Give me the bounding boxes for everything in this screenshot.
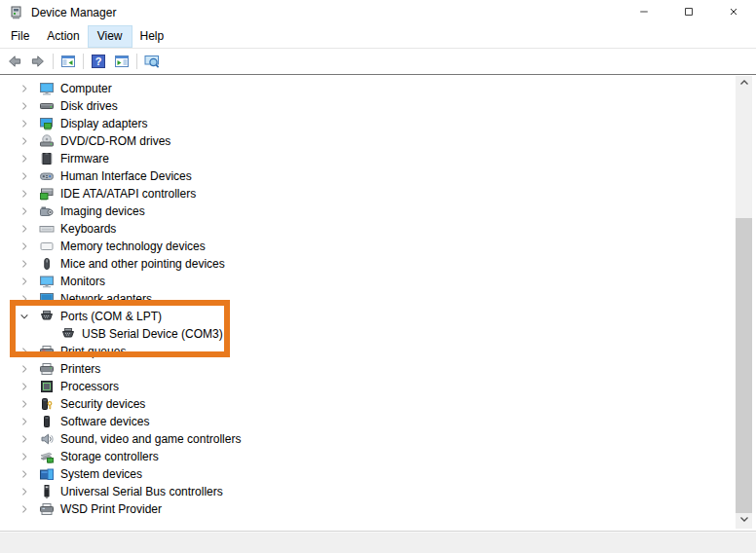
chevron-right-icon[interactable] (18, 345, 31, 358)
scrollbar-thumb[interactable] (736, 218, 752, 513)
chevron-right-icon[interactable] (18, 362, 31, 376)
svg-text:?: ? (95, 55, 102, 67)
menu-view[interactable]: View (89, 26, 132, 47)
chevron-right-icon[interactable] (18, 275, 31, 288)
chevron-right-icon[interactable] (18, 257, 31, 271)
chevron-right-icon[interactable] (18, 99, 31, 113)
back-button[interactable] (3, 51, 26, 72)
tree-item-monitors[interactable]: Monitors (0, 273, 756, 290)
chevron-right-icon[interactable] (18, 292, 31, 306)
tree-item-display-adapters[interactable]: Display adapters (0, 115, 756, 132)
tree-item-label: IDE ATA/ATAPI controllers (60, 187, 196, 201)
tree-item-label: Security devices (60, 397, 145, 411)
tree-item-label: Storage controllers (60, 450, 159, 463)
tree-item-label: System devices (60, 467, 142, 481)
tree-item-label: Processors (60, 380, 119, 393)
processor-icon (39, 379, 55, 394)
tree-item-keyboards[interactable]: Keyboards (0, 220, 756, 238)
tree-item-system-devices[interactable]: System devices (0, 465, 756, 483)
storage-controller-icon (39, 449, 55, 464)
tree-item-label: USB Serial Device (COM3) (82, 327, 223, 341)
print-queue-icon (39, 344, 55, 359)
chevron-right-icon[interactable] (18, 187, 31, 201)
chevron-right-icon[interactable] (18, 240, 31, 253)
tree-item-storage-controllers[interactable]: Storage controllers (0, 448, 756, 465)
close-button[interactable] (711, 0, 756, 25)
tree-item-disk-drives[interactable]: Disk drives (0, 97, 756, 115)
tree-item-human-interface-devices[interactable]: Human Interface Devices (0, 167, 756, 185)
chevron-right-icon[interactable] (18, 432, 31, 446)
tree-item-sound-video-and-game-controllers[interactable]: Sound, video and game controllers (0, 430, 756, 448)
tree-item-label: WSD Print Provider (60, 502, 162, 516)
menu-action[interactable]: Action (38, 26, 88, 47)
tree-item-processors[interactable]: Processors (0, 378, 756, 395)
tree-item-dvd-cd-rom-drives[interactable]: DVD/CD-ROM drives (0, 132, 756, 150)
window-title: Device Manager (31, 6, 116, 19)
chevron-right-icon[interactable] (18, 222, 31, 236)
show-hide-action-pane-button[interactable] (110, 51, 133, 72)
tree-item-universal-serial-bus-controllers[interactable]: Universal Serial Bus controllers (0, 483, 756, 500)
tree-item-label: Software devices (60, 415, 149, 428)
tree-item-ports-com-lpt[interactable]: Ports (COM & LPT) (0, 308, 756, 325)
tree-item-ide-ata-atapi-controllers[interactable]: IDE ATA/ATAPI controllers (0, 185, 756, 203)
scan-hardware-changes-button[interactable] (140, 51, 164, 72)
scroll-up-button[interactable] (736, 76, 752, 92)
tree-item-printers[interactable]: Printers (0, 360, 756, 378)
chevron-right-icon[interactable] (18, 82, 31, 95)
chevron-right-icon[interactable] (18, 415, 31, 428)
chevron-right-icon[interactable] (18, 502, 31, 516)
system-device-icon (39, 466, 55, 482)
monitor-icon (39, 274, 55, 289)
tree-item-memory-technology-devices[interactable]: Memory technology devices (0, 238, 756, 255)
computer-icon (39, 81, 55, 96)
hid-icon (39, 168, 55, 184)
tree-item-label: Mice and other pointing devices (60, 257, 225, 271)
tree-item-software-devices[interactable]: Software devices (0, 413, 756, 430)
toolbar: ? (0, 49, 756, 74)
maximize-button[interactable] (666, 0, 711, 25)
window-controls (622, 0, 756, 25)
tree-item-label: Keyboards (60, 222, 116, 236)
chevron-right-icon[interactable] (18, 169, 31, 183)
chevron-right-icon[interactable] (18, 397, 31, 411)
vertical-scrollbar[interactable] (736, 76, 752, 529)
toolbar-separator (83, 54, 84, 69)
tree-item-firmware[interactable]: Firmware (0, 150, 756, 167)
show-hide-console-tree-button[interactable] (57, 51, 80, 72)
scroll-down-button[interactable] (736, 512, 752, 529)
wsd-printer-icon (39, 501, 55, 517)
maximize-icon (683, 6, 695, 20)
network-adapter-icon (39, 291, 55, 307)
menu-help[interactable]: Help (132, 26, 173, 47)
tree-item-label: Display adapters (60, 117, 147, 130)
back-arrow-icon (7, 54, 22, 69)
help-icon: ? (91, 54, 106, 69)
chevron-right-icon[interactable] (18, 152, 31, 166)
minimize-icon (638, 6, 650, 20)
help-button[interactable]: ? (87, 51, 110, 72)
tree-item-usb-serial-device-com3[interactable]: USB Serial Device (COM3) (0, 325, 756, 343)
title-bar[interactable]: Device Manager (0, 0, 756, 25)
tree-item-network-adapters[interactable]: Network adapters (0, 290, 756, 308)
chevron-right-icon[interactable] (18, 485, 31, 498)
menu-file[interactable]: File (2, 26, 38, 47)
forward-arrow-icon (30, 54, 46, 69)
forward-button[interactable] (26, 51, 50, 72)
chevron-down-icon[interactable] (18, 310, 31, 323)
chevron-right-icon[interactable] (18, 117, 31, 130)
chevron-right-icon[interactable] (18, 380, 31, 393)
chevron-right-icon[interactable] (18, 467, 31, 481)
chevron-right-icon[interactable] (18, 204, 31, 218)
tree-item-computer[interactable]: Computer (0, 80, 756, 97)
tree-item-print-queues[interactable]: Print queues (0, 343, 756, 360)
tree-item-security-devices[interactable]: Security devices (0, 395, 756, 413)
tree-item-wsd-print-provider[interactable]: WSD Print Provider (0, 500, 756, 518)
minimize-button[interactable] (622, 0, 666, 25)
tree-item-label: Print queues (60, 345, 126, 358)
chevron-right-icon[interactable] (18, 134, 31, 148)
tree-item-imaging-devices[interactable]: Imaging devices (0, 203, 756, 220)
tree-item-mice-and-other-pointing-devices[interactable]: Mice and other pointing devices (0, 255, 756, 273)
status-bar (0, 531, 756, 553)
device-tree-pane: ComputerDisk drivesDisplay adaptersDVD/C… (0, 74, 756, 529)
chevron-right-icon[interactable] (18, 450, 31, 463)
